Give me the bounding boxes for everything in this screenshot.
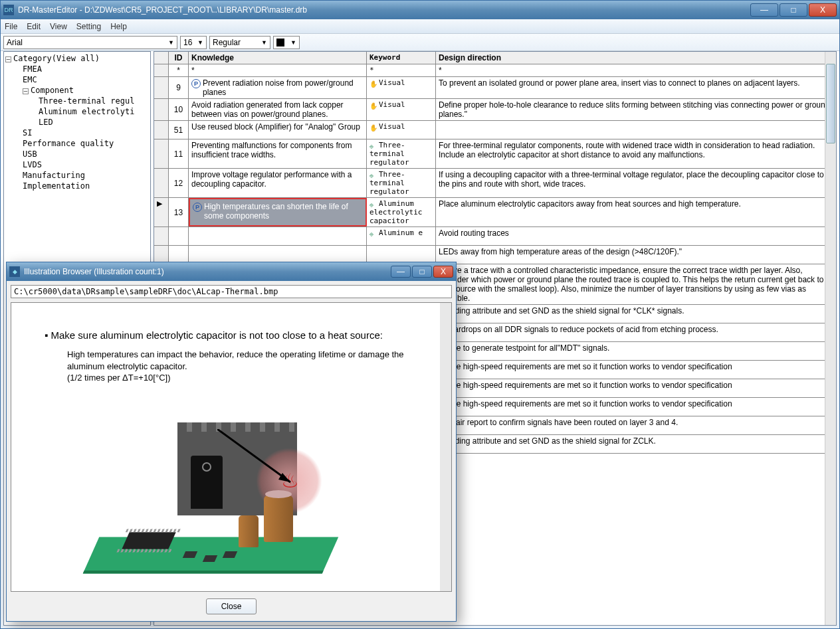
cell-design-direction: shielding attribute and set GND as the s… (436, 305, 836, 323)
table-row[interactable]: 10Avoid radiation generated from lack co… (154, 99, 836, 121)
menu-file[interactable]: File (5, 22, 17, 31)
cell-knowledge: Use reused block (Amplifier) for "Analog… (189, 121, 367, 139)
font-size-combo[interactable]: 16▼ (180, 36, 207, 49)
keyword-icon (369, 201, 377, 207)
font-color-combo[interactable]: ▼ (273, 36, 300, 49)
cell-knowledge (189, 246, 367, 264)
tree-item[interactable]: USB (4, 149, 150, 159)
cell-knowledge: Avoid radiation generated from lack copp… (189, 99, 367, 120)
illustration-icon: P (193, 203, 202, 212)
col-keyword[interactable]: Keyword (367, 52, 436, 64)
table-row[interactable]: 12Improve voltage regulator performance … (154, 169, 836, 198)
cell-design-direction: Define proper hole-to-hole clearance to … (436, 99, 836, 120)
menu-help[interactable]: Help (110, 22, 127, 31)
close-button[interactable]: X (809, 3, 837, 17)
table-row[interactable]: Aluminum eAvoid routing traces (154, 227, 836, 246)
menu-view[interactable]: View (50, 22, 67, 31)
filter-keyword[interactable]: * (367, 64, 436, 76)
menubar: File Edit View Setting Help (1, 19, 839, 34)
illus-minimize-button[interactable]: — (391, 266, 411, 278)
chevron-down-icon: ▼ (261, 39, 267, 46)
illus-path-field[interactable]: C:\cr5000\data\DRsample\sampleDRF\doc\AL… (11, 285, 452, 298)
cell-design-direction: e sure high-speed requirements are met s… (436, 379, 836, 397)
col-marker[interactable] (154, 52, 169, 64)
row-marker (154, 121, 169, 139)
table-row[interactable]: ▶13PHigh temperatures can shorten the li… (154, 198, 836, 227)
tree-item[interactable]: LVDS (4, 159, 150, 170)
tree-item[interactable]: LED (4, 117, 150, 128)
illus-maximize-button[interactable]: □ (412, 266, 432, 278)
cell-design-direction: e sure to generate testpoint for all"MDT… (436, 342, 836, 360)
col-knowledge[interactable]: Knowledge (189, 52, 367, 64)
filter-dd[interactable]: * (436, 64, 836, 76)
illus-title: Illustration Browser (Illustration count… (24, 267, 391, 276)
cell-design-direction: te teardrops on all DDR signals to reduc… (436, 323, 836, 341)
cell-keyword (367, 246, 436, 264)
cell-knowledge: Improve voltage regulator performance wi… (189, 169, 367, 197)
font-weight-combo[interactable]: Regular▼ (209, 36, 270, 49)
cell-design-direction: e sure high-speed requirements are met s… (436, 361, 836, 379)
chevron-down-icon: ▼ (290, 39, 296, 46)
grid-filter-row: * * * * (154, 64, 836, 77)
row-marker (154, 139, 169, 168)
tree-item[interactable]: SI (4, 128, 150, 138)
table-row[interactable]: 51Use reused block (Amplifier) for "Anal… (154, 121, 836, 139)
chevron-down-icon: ▼ (168, 39, 174, 46)
scrollbar-thumb[interactable] (826, 64, 835, 143)
filter-knowledge[interactable]: * (189, 64, 367, 76)
tree-item[interactable]: Performance quality (4, 138, 150, 149)
illus-heading: Make sure aluminum electrolytic capacito… (56, 329, 431, 341)
cell-id: 12 (169, 169, 189, 197)
row-marker (154, 99, 169, 120)
cell-design-direction: To prevent an isolated ground or power p… (436, 77, 836, 98)
illus-body-1: High temperatures can impact the behavio… (67, 349, 431, 372)
tree-item[interactable]: Implementation (4, 181, 150, 191)
cell-design-direction: Place aluminum electrolytic capacitors a… (436, 198, 836, 226)
menu-edit[interactable]: Edit (27, 22, 41, 31)
filter-id[interactable]: * (169, 64, 189, 76)
tree-item[interactable]: Three-terminal regul (4, 96, 150, 106)
font-combo[interactable]: Arial▼ (3, 36, 177, 49)
col-id[interactable]: ID (169, 52, 189, 64)
grid-scrollbar[interactable] (825, 52, 836, 625)
cell-keyword: Aluminum electrolytic capacitor (367, 198, 436, 226)
window-title: DR-MasterEditor - D:\ZDWest\CR5_PROJECT_… (18, 5, 750, 15)
illus-titlebar[interactable]: ◆ Illustration Browser (Illustration cou… (7, 262, 456, 281)
row-marker (154, 227, 169, 245)
cell-design-direction: shielding attribute and set GND as the s… (436, 435, 836, 453)
row-marker: ▶ (154, 198, 169, 226)
illustration-browser-window: ◆ Illustration Browser (Illustration cou… (6, 262, 457, 622)
tree-item[interactable]: Manufacturing (4, 170, 150, 181)
cell-keyword: Visual (367, 99, 436, 120)
row-marker (154, 77, 169, 98)
row-marker (154, 169, 169, 197)
maximize-button[interactable]: □ (780, 3, 807, 17)
cell-design-direction: e sure high-speed requirements are met s… (436, 398, 836, 416)
tree-item[interactable]: Aluminum electrolyti (4, 106, 150, 117)
svg-line-0 (217, 429, 290, 482)
keyword-icon (369, 142, 377, 149)
keyword-icon (369, 102, 377, 108)
capacitor-2 (239, 515, 259, 547)
tree-item[interactable]: –Component (4, 85, 150, 96)
cell-id: 9 (169, 77, 189, 98)
illus-scrollbar[interactable] (440, 303, 451, 591)
capacitor-1 (264, 495, 293, 542)
minimize-button[interactable]: — (750, 3, 778, 17)
cell-keyword: Visual (367, 77, 436, 98)
cell-design-direction: LEDs away from high temperature areas of… (436, 246, 836, 264)
ic-chip (122, 532, 175, 549)
illus-body-2: (1/2 times per ΔT=+10[°C]) (67, 372, 431, 384)
tree-root[interactable]: –Category(View all) (4, 53, 150, 64)
tree-item[interactable]: EMC (4, 74, 150, 85)
illus-close-button[interactable]: X (433, 266, 453, 278)
cell-knowledge: PHigh temperatures can shorten the life … (189, 198, 367, 226)
menu-setting[interactable]: Setting (76, 22, 101, 31)
table-row[interactable]: 11Preventing malfunctions for components… (154, 139, 836, 169)
illus-close-btn[interactable]: Close (206, 598, 257, 614)
col-design-direction[interactable]: Design direction (436, 52, 836, 64)
tree-item[interactable]: FMEA (4, 64, 150, 74)
main-titlebar[interactable]: DR DR-MasterEditor - D:\ZDWest\CR5_PROJE… (1, 1, 839, 19)
cell-keyword: Aluminum e (367, 227, 436, 245)
table-row[interactable]: 9PPrevent radiation noise from power/gro… (154, 77, 836, 99)
